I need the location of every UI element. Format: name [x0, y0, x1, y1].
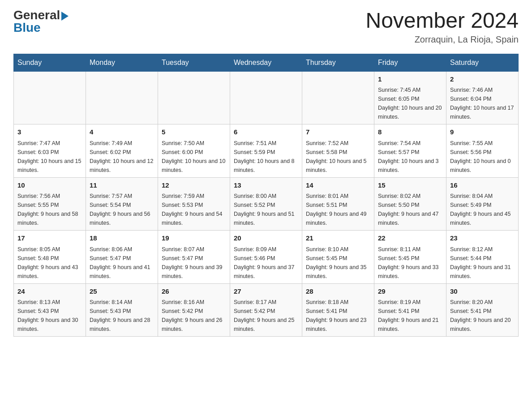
day-number: 18	[90, 233, 154, 244]
table-row: 20Sunrise: 8:09 AM Sunset: 5:46 PM Dayli…	[230, 231, 302, 284]
table-row: 17Sunrise: 8:05 AM Sunset: 5:48 PM Dayli…	[14, 231, 86, 284]
table-row: 14Sunrise: 8:01 AM Sunset: 5:51 PM Dayli…	[302, 177, 374, 231]
day-info: Sunrise: 8:14 AM Sunset: 5:43 PM Dayligh…	[90, 298, 154, 334]
table-row: 10Sunrise: 7:56 AM Sunset: 5:55 PM Dayli…	[14, 177, 86, 231]
day-info: Sunrise: 7:52 AM Sunset: 5:58 PM Dayligh…	[306, 139, 370, 175]
day-info: Sunrise: 8:12 AM Sunset: 5:44 PM Dayligh…	[450, 245, 515, 281]
subtitle: Zorraquin, La Rioja, Spain	[365, 34, 519, 45]
table-row: 16Sunrise: 8:04 AM Sunset: 5:49 PM Dayli…	[446, 177, 519, 231]
day-number: 2	[450, 74, 515, 85]
day-number: 8	[378, 127, 442, 137]
table-row: 12Sunrise: 7:59 AM Sunset: 5:53 PM Dayli…	[158, 177, 230, 231]
logo-general-text: General	[13, 9, 69, 21]
day-info: Sunrise: 8:05 AM Sunset: 5:48 PM Dayligh…	[17, 245, 82, 281]
day-info: Sunrise: 7:56 AM Sunset: 5:55 PM Dayligh…	[17, 192, 82, 227]
calendar-week-row: 1Sunrise: 7:45 AM Sunset: 6:05 PM Daylig…	[14, 71, 519, 124]
day-number: 11	[90, 180, 154, 191]
table-row: 11Sunrise: 7:57 AM Sunset: 5:54 PM Dayli…	[86, 177, 158, 231]
calendar-week-row: 24Sunrise: 8:13 AM Sunset: 5:43 PM Dayli…	[14, 283, 519, 337]
day-number: 25	[90, 287, 154, 297]
table-row	[158, 71, 230, 124]
day-number: 13	[234, 180, 298, 191]
day-number: 15	[378, 180, 442, 191]
day-info: Sunrise: 8:11 AM Sunset: 5:45 PM Dayligh…	[378, 245, 442, 281]
table-row: 27Sunrise: 8:17 AM Sunset: 5:42 PM Dayli…	[230, 283, 302, 337]
table-row: 26Sunrise: 8:16 AM Sunset: 5:42 PM Dayli…	[158, 283, 230, 337]
table-row	[14, 71, 86, 124]
day-info: Sunrise: 8:00 AM Sunset: 5:52 PM Dayligh…	[234, 192, 298, 227]
calendar-week-row: 17Sunrise: 8:05 AM Sunset: 5:48 PM Dayli…	[14, 231, 519, 284]
day-info: Sunrise: 7:46 AM Sunset: 6:04 PM Dayligh…	[450, 86, 515, 121]
day-number: 4	[90, 127, 154, 137]
page-header: General Blue November 2024 Zorraquin, La…	[13, 9, 519, 45]
day-info: Sunrise: 7:45 AM Sunset: 6:05 PM Dayligh…	[378, 86, 442, 121]
day-info: Sunrise: 7:47 AM Sunset: 6:03 PM Dayligh…	[17, 139, 82, 175]
table-row: 30Sunrise: 8:20 AM Sunset: 5:41 PM Dayli…	[446, 283, 519, 337]
table-row: 19Sunrise: 8:07 AM Sunset: 5:47 PM Dayli…	[158, 231, 230, 284]
col-thursday: Thursday	[302, 54, 374, 71]
day-number: 22	[378, 233, 442, 244]
day-info: Sunrise: 8:09 AM Sunset: 5:46 PM Dayligh…	[234, 245, 298, 281]
table-row: 3Sunrise: 7:47 AM Sunset: 6:03 PM Daylig…	[14, 124, 86, 178]
day-number: 14	[306, 180, 370, 191]
day-number: 23	[450, 233, 515, 244]
day-info: Sunrise: 7:55 AM Sunset: 5:56 PM Dayligh…	[450, 139, 515, 175]
table-row: 7Sunrise: 7:52 AM Sunset: 5:58 PM Daylig…	[302, 124, 374, 178]
calendar-header-row: Sunday Monday Tuesday Wednesday Thursday…	[14, 54, 519, 71]
day-info: Sunrise: 8:20 AM Sunset: 5:41 PM Dayligh…	[450, 298, 515, 334]
day-number: 1	[378, 74, 442, 85]
day-info: Sunrise: 8:01 AM Sunset: 5:51 PM Dayligh…	[306, 192, 370, 227]
day-number: 26	[162, 287, 226, 297]
table-row: 1Sunrise: 7:45 AM Sunset: 6:05 PM Daylig…	[374, 71, 446, 124]
calendar-week-row: 3Sunrise: 7:47 AM Sunset: 6:03 PM Daylig…	[14, 124, 519, 178]
day-info: Sunrise: 8:07 AM Sunset: 5:47 PM Dayligh…	[162, 245, 226, 281]
col-saturday: Saturday	[446, 54, 519, 71]
day-number: 10	[17, 180, 82, 191]
day-info: Sunrise: 8:10 AM Sunset: 5:45 PM Dayligh…	[306, 245, 370, 281]
calendar-table: Sunday Monday Tuesday Wednesday Thursday…	[13, 54, 519, 337]
table-row: 18Sunrise: 8:06 AM Sunset: 5:47 PM Dayli…	[86, 231, 158, 284]
day-number: 6	[234, 127, 298, 137]
col-tuesday: Tuesday	[158, 54, 230, 71]
logo: General Blue	[13, 9, 69, 34]
day-number: 7	[306, 127, 370, 137]
table-row: 28Sunrise: 8:18 AM Sunset: 5:41 PM Dayli…	[302, 283, 374, 337]
table-row: 9Sunrise: 7:55 AM Sunset: 5:56 PM Daylig…	[446, 124, 519, 178]
table-row	[86, 71, 158, 124]
day-number: 9	[450, 127, 515, 137]
table-row: 4Sunrise: 7:49 AM Sunset: 6:02 PM Daylig…	[86, 124, 158, 178]
day-number: 5	[162, 127, 226, 137]
day-info: Sunrise: 7:57 AM Sunset: 5:54 PM Dayligh…	[90, 192, 154, 227]
day-info: Sunrise: 8:02 AM Sunset: 5:50 PM Dayligh…	[378, 192, 442, 227]
table-row: 25Sunrise: 8:14 AM Sunset: 5:43 PM Dayli…	[86, 283, 158, 337]
day-number: 28	[306, 287, 370, 297]
table-row: 6Sunrise: 7:51 AM Sunset: 5:59 PM Daylig…	[230, 124, 302, 178]
day-number: 19	[162, 233, 226, 244]
day-number: 24	[17, 287, 82, 297]
logo-blue-text: Blue	[13, 21, 41, 34]
calendar-week-row: 10Sunrise: 7:56 AM Sunset: 5:55 PM Dayli…	[14, 177, 519, 231]
table-row: 21Sunrise: 8:10 AM Sunset: 5:45 PM Dayli…	[302, 231, 374, 284]
title-block: November 2024 Zorraquin, La Rioja, Spain	[365, 9, 519, 45]
table-row: 2Sunrise: 7:46 AM Sunset: 6:04 PM Daylig…	[446, 71, 519, 124]
table-row	[302, 71, 374, 124]
day-number: 3	[17, 127, 82, 137]
day-info: Sunrise: 7:54 AM Sunset: 5:57 PM Dayligh…	[378, 139, 442, 175]
day-number: 27	[234, 287, 298, 297]
day-info: Sunrise: 8:16 AM Sunset: 5:42 PM Dayligh…	[162, 298, 226, 334]
day-info: Sunrise: 8:06 AM Sunset: 5:47 PM Dayligh…	[90, 245, 154, 281]
col-sunday: Sunday	[14, 54, 86, 71]
table-row: 22Sunrise: 8:11 AM Sunset: 5:45 PM Dayli…	[374, 231, 446, 284]
table-row	[230, 71, 302, 124]
day-number: 12	[162, 180, 226, 191]
day-info: Sunrise: 8:19 AM Sunset: 5:41 PM Dayligh…	[378, 298, 442, 334]
day-number: 21	[306, 233, 370, 244]
day-number: 16	[450, 180, 515, 191]
day-info: Sunrise: 7:50 AM Sunset: 6:00 PM Dayligh…	[162, 139, 226, 175]
table-row: 8Sunrise: 7:54 AM Sunset: 5:57 PM Daylig…	[374, 124, 446, 178]
table-row: 5Sunrise: 7:50 AM Sunset: 6:00 PM Daylig…	[158, 124, 230, 178]
table-row: 23Sunrise: 8:12 AM Sunset: 5:44 PM Dayli…	[446, 231, 519, 284]
day-info: Sunrise: 8:17 AM Sunset: 5:42 PM Dayligh…	[234, 298, 298, 334]
day-info: Sunrise: 8:18 AM Sunset: 5:41 PM Dayligh…	[306, 298, 370, 334]
day-info: Sunrise: 8:13 AM Sunset: 5:43 PM Dayligh…	[17, 298, 82, 334]
